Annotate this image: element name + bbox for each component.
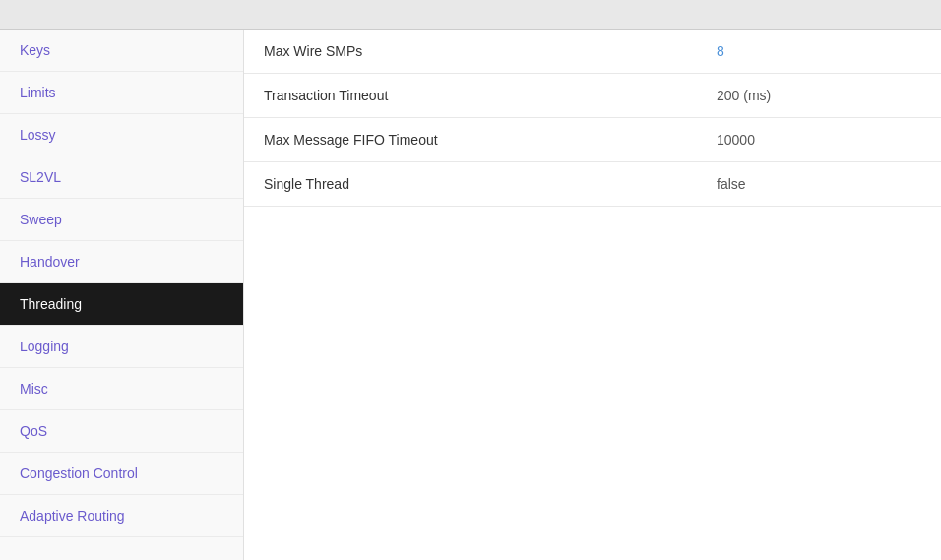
property-value: 200 (ms) <box>717 88 921 103</box>
property-value: false <box>717 176 921 192</box>
content-area: Max Wire SMPs8Transaction Timeout200 (ms… <box>244 30 941 560</box>
main-container: KeysLimitsLossySL2VLSweepHandoverThreadi… <box>0 30 941 560</box>
property-label: Transaction Timeout <box>264 88 717 103</box>
sidebar-item-sweep[interactable]: Sweep <box>0 199 243 241</box>
sidebar-item-congestion-control[interactable]: Congestion Control <box>0 453 243 495</box>
property-value: 10000 <box>717 132 921 148</box>
property-row: Single Threadfalse <box>244 162 941 207</box>
sidebar-item-adaptive-routing[interactable]: Adaptive Routing <box>0 495 243 537</box>
property-row: Max Message FIFO Timeout10000 <box>244 118 941 162</box>
property-row: Max Wire SMPs8 <box>244 30 941 74</box>
property-value: 8 <box>717 43 921 59</box>
property-label: Single Thread <box>264 176 717 192</box>
sidebar-item-limits[interactable]: Limits <box>0 72 243 114</box>
top-bar <box>0 0 941 30</box>
sidebar-item-threading[interactable]: Threading <box>0 283 243 326</box>
sidebar-item-logging[interactable]: Logging <box>0 326 243 368</box>
property-table: Max Wire SMPs8Transaction Timeout200 (ms… <box>244 30 941 207</box>
sidebar-item-handover[interactable]: Handover <box>0 241 243 283</box>
sidebar-item-keys[interactable]: Keys <box>0 30 243 72</box>
sidebar: KeysLimitsLossySL2VLSweepHandoverThreadi… <box>0 30 244 560</box>
property-label: Max Wire SMPs <box>264 43 717 59</box>
sidebar-item-lossy[interactable]: Lossy <box>0 114 243 156</box>
property-row: Transaction Timeout200 (ms) <box>244 74 941 118</box>
property-label: Max Message FIFO Timeout <box>264 132 717 148</box>
sidebar-item-misc[interactable]: Misc <box>0 368 243 410</box>
sidebar-item-sl2vl[interactable]: SL2VL <box>0 156 243 199</box>
sidebar-item-qos[interactable]: QoS <box>0 410 243 453</box>
